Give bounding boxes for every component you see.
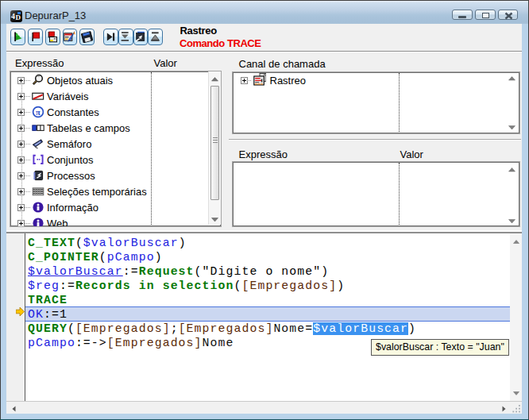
svg-text:π: π (36, 108, 41, 117)
